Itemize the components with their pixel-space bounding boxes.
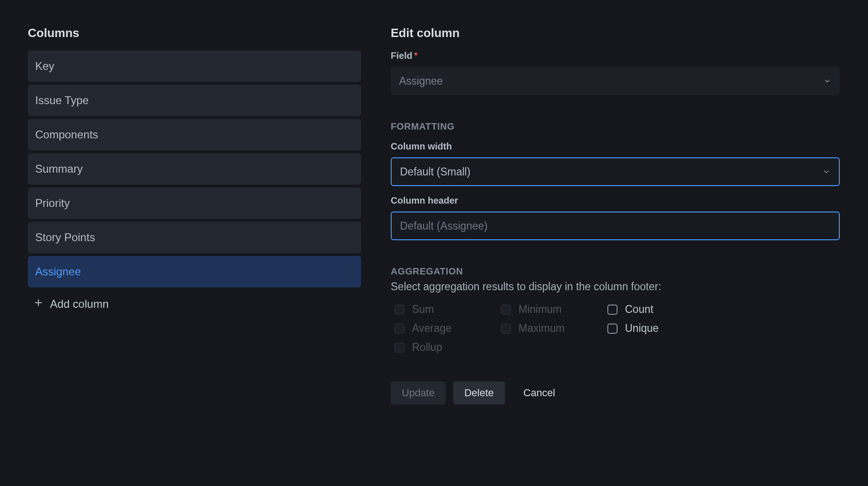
aggregation-option: Minimum xyxy=(501,303,607,316)
aggregation-option: Average xyxy=(394,322,501,335)
field-select-value: Assignee xyxy=(399,75,443,87)
field-label: Field * xyxy=(391,50,840,61)
chevron-down-icon xyxy=(823,77,831,85)
column-width-value: Default (Small) xyxy=(400,166,470,178)
edit-column-title: Edit column xyxy=(391,26,840,40)
column-header-label: Column header xyxy=(391,195,840,206)
column-item[interactable]: Key xyxy=(28,50,361,82)
checkbox-icon[interactable] xyxy=(607,324,618,334)
column-header-block: Column header xyxy=(391,195,840,240)
aggregation-label: Maximum xyxy=(518,322,565,335)
checkbox-icon[interactable] xyxy=(607,305,618,315)
cancel-button[interactable]: Cancel xyxy=(512,381,566,405)
checkbox-icon xyxy=(394,343,405,353)
column-item[interactable]: Assignee xyxy=(28,256,361,287)
column-item[interactable]: Issue Type xyxy=(28,85,361,116)
plus-icon xyxy=(33,298,44,311)
columns-list-panel: Columns KeyIssue TypeComponentsSummaryPr… xyxy=(28,26,361,405)
field-label-text: Field xyxy=(391,50,412,61)
formatting-header: FORMATTING xyxy=(391,121,840,132)
columns-list: KeyIssue TypeComponentsSummaryPrioritySt… xyxy=(28,50,361,287)
aggregation-option: Rollup xyxy=(394,341,501,354)
column-item-label: Key xyxy=(35,60,54,72)
column-item[interactable]: Components xyxy=(28,119,361,150)
column-header-input[interactable] xyxy=(391,212,840,240)
aggregation-grid: SumMinimumCountAverageMaximumUniqueRollu… xyxy=(394,303,840,354)
checkbox-icon xyxy=(394,324,405,334)
aggregation-option[interactable]: Unique xyxy=(607,322,714,335)
column-item[interactable]: Priority xyxy=(28,187,361,219)
aggregation-option: Sum xyxy=(394,303,501,316)
column-item-label: Components xyxy=(35,128,98,141)
aggregation-label: Sum xyxy=(412,303,434,316)
required-star-icon: * xyxy=(414,51,418,61)
columns-editor: Columns KeyIssue TypeComponentsSummaryPr… xyxy=(0,0,868,423)
aggregation-label: Unique xyxy=(625,322,659,335)
column-width-label: Column width xyxy=(391,141,840,152)
checkbox-icon xyxy=(501,324,511,334)
checkbox-icon xyxy=(501,305,511,315)
checkbox-icon xyxy=(394,305,405,315)
update-button[interactable]: Update xyxy=(391,381,446,405)
aggregation-option[interactable]: Count xyxy=(607,303,714,316)
aggregation-label: Count xyxy=(625,303,653,316)
field-block: Field * Assignee xyxy=(391,50,840,95)
column-item[interactable]: Summary xyxy=(28,153,361,185)
edit-column-panel: Edit column Field * Assignee FORMATTING … xyxy=(391,26,840,405)
column-width-select[interactable]: Default (Small) xyxy=(391,157,840,186)
add-column-button[interactable]: Add column xyxy=(28,290,361,318)
delete-button[interactable]: Delete xyxy=(453,381,505,405)
column-item[interactable]: Story Points xyxy=(28,222,361,253)
column-item-label: Priority xyxy=(35,197,70,209)
aggregation-description: Select aggregation results to display in… xyxy=(391,280,840,293)
aggregation-label: Average xyxy=(412,322,451,335)
column-item-label: Issue Type xyxy=(35,94,89,106)
aggregation-label: Rollup xyxy=(412,341,442,354)
field-select[interactable]: Assignee xyxy=(391,67,840,95)
column-item-label: Story Points xyxy=(35,231,95,243)
add-column-label: Add column xyxy=(50,298,109,311)
chevron-down-icon xyxy=(822,168,831,176)
aggregation-option: Maximum xyxy=(501,322,607,335)
column-item-label: Summary xyxy=(35,162,83,175)
aggregation-header: AGGREGATION xyxy=(391,266,840,277)
button-row: Update Delete Cancel xyxy=(391,381,840,405)
columns-title: Columns xyxy=(28,26,361,40)
column-item-label: Assignee xyxy=(35,265,81,278)
column-width-block: Column width Default (Small) xyxy=(391,141,840,186)
aggregation-label: Minimum xyxy=(518,303,562,316)
